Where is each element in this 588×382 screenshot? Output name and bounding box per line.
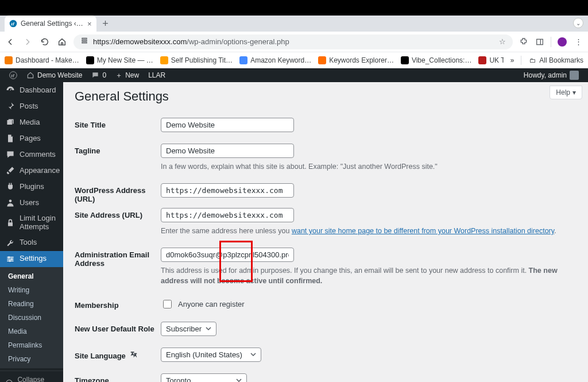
back-button[interactable] <box>5 37 16 47</box>
tagline-input[interactable] <box>161 144 294 158</box>
collapse-menu-button[interactable]: ◀Collapse menu <box>0 371 63 382</box>
site-name-menu[interactable]: Demo Website <box>22 68 87 82</box>
submenu-item-writing[interactable]: Writing <box>0 283 63 297</box>
dashboard-icon <box>6 86 15 95</box>
tab-title: General Settings ‹ Demo Wel <box>21 20 84 28</box>
all-bookmarks-button[interactable]: 🗀 All Bookmarks <box>528 56 583 64</box>
bookmarks-overflow-icon[interactable]: » <box>510 56 514 64</box>
site-settings-icon[interactable] <box>80 37 88 47</box>
bookmark-label: My New Site — … <box>97 56 153 64</box>
timezone-select[interactable]: Toronto <box>161 373 247 383</box>
folder-icon: 🗀 <box>528 56 536 64</box>
comments-menu[interactable]: 0 <box>87 68 111 82</box>
svg-point-9 <box>8 256 10 258</box>
browser-tab[interactable]: General Settings ‹ Demo Wel × <box>5 16 96 32</box>
sidebar-item-settings[interactable]: Settings <box>0 251 63 267</box>
side-panel-icon[interactable] <box>535 37 545 47</box>
reload-button[interactable] <box>39 37 51 47</box>
tab-close-icon[interactable]: × <box>87 20 92 28</box>
sidebar-item-appearance[interactable]: Appearance <box>0 163 63 179</box>
anyone-register-checkbox[interactable] <box>163 300 172 308</box>
comment-icon <box>6 150 15 159</box>
window-dropdown-icon[interactable]: ⌄ <box>573 18 583 28</box>
submenu-item-media[interactable]: Media <box>0 325 63 338</box>
sidebar-item-limit[interactable]: Limit Login Attempts <box>0 211 63 235</box>
chrome-menu-icon[interactable]: ⋮ <box>573 37 583 47</box>
new-tab-button[interactable]: + <box>100 18 111 29</box>
wp-logo-menu[interactable] <box>5 68 22 82</box>
wp-url-input[interactable] <box>161 183 294 198</box>
svg-rect-8 <box>8 222 13 226</box>
sidebar-item-users[interactable]: Users <box>0 195 63 211</box>
admin-email-label: Administration Email Address <box>75 248 161 286</box>
bookmark-item[interactable]: Amazon Keyword… <box>239 56 311 64</box>
media-icon <box>6 118 15 127</box>
bookmark-item[interactable]: Self Publishing Tit… <box>160 56 233 64</box>
bookmark-item[interactable]: Dashboard - Make… <box>5 56 79 64</box>
row-default-role: New User Default Role Subscriber <box>75 316 577 342</box>
wp-admin-bar: Demo Website 0 ＋ New LLAR Howdy, admin <box>0 68 588 82</box>
sidebar-item-label: Tools <box>20 238 37 247</box>
submenu-item-general[interactable]: General <box>0 269 63 283</box>
site-url-help: Enter the same address here unless you w… <box>161 226 577 236</box>
sidebar-item-label: Media <box>20 118 40 127</box>
bookmark-favicon-icon <box>239 56 247 64</box>
svg-point-7 <box>9 199 12 202</box>
sidebar-item-label: Dashboard <box>20 86 56 95</box>
collapse-icon: ◀ <box>6 380 13 382</box>
wordpress-favicon-icon <box>9 20 17 28</box>
page-icon <box>6 134 15 143</box>
submenu-item-privacy[interactable]: Privacy <box>0 352 63 366</box>
admin-email-input[interactable] <box>161 248 294 262</box>
bookmark-label: UK Trademarks <box>489 56 503 64</box>
sidebar-item-plugins[interactable]: Plugins <box>0 179 63 195</box>
admin-email-help: This address is used for admin purposes.… <box>161 265 577 286</box>
membership-checkbox[interactable]: Anyone can register <box>161 298 577 310</box>
submenu-item-reading[interactable]: Reading <box>0 297 63 311</box>
plus-icon: ＋ <box>115 71 122 80</box>
sidebar-item-label: Comments <box>20 151 56 159</box>
bookmark-label: Amazon Keyword… <box>250 56 311 64</box>
row-admin-email: Administration Email Address This addres… <box>75 242 577 292</box>
profile-avatar[interactable] <box>557 37 567 47</box>
svg-rect-2 <box>82 40 87 41</box>
bookmark-star-icon[interactable]: ☆ <box>499 37 506 46</box>
help-tab[interactable]: Help ▾ <box>550 86 582 99</box>
bookmark-item[interactable]: UK Trademarks <box>478 56 503 64</box>
bookmark-item[interactable]: Keywords Explorer… <box>318 56 394 64</box>
submenu-item-discussion[interactable]: Discussion <box>0 311 63 325</box>
sidebar-item-pages[interactable]: Pages <box>0 130 63 146</box>
row-tagline: Tagline In a few words, explain what thi… <box>75 138 577 178</box>
sidebar-item-posts[interactable]: Posts <box>0 98 63 114</box>
row-language: Site Language English (United States) <box>75 342 577 368</box>
site-url-help-link[interactable]: want your site home page to be different… <box>292 227 554 235</box>
bookmarks-bar: Dashboard - Make…My New Site — …Self Pub… <box>0 52 588 68</box>
default-role-select[interactable]: Subscriber <box>161 322 216 336</box>
submenu-item-permalinks[interactable]: Permalinks <box>0 338 63 352</box>
bookmark-item[interactable]: My New Site — … <box>86 56 153 64</box>
sidebar-item-comments[interactable]: Comments <box>0 146 63 163</box>
bookmark-label: Self Publishing Tit… <box>171 56 233 64</box>
home-button[interactable] <box>56 37 68 47</box>
language-select[interactable]: English (United States) <box>161 348 261 362</box>
bookmark-item[interactable]: Vibe_Collections:… <box>401 56 472 64</box>
address-bar-row: https://demowebsitexxx.com/wp-admin/opti… <box>0 32 588 52</box>
my-account-menu[interactable]: Howdy, admin <box>519 68 583 82</box>
omnibox[interactable]: https://demowebsitexxx.com/wp-admin/opti… <box>74 34 513 49</box>
sidebar-item-label: Posts <box>20 102 38 111</box>
pin-icon <box>6 102 15 111</box>
sidebar-item-tools[interactable]: Tools <box>0 235 63 251</box>
extensions-icon[interactable] <box>519 37 529 47</box>
bookmark-favicon-icon <box>160 56 168 64</box>
sidebar-item-media[interactable]: Media <box>0 114 63 130</box>
site-title-input[interactable] <box>161 118 294 132</box>
site-url-input[interactable] <box>161 208 294 222</box>
bookmark-favicon-icon <box>5 56 13 64</box>
new-content-menu[interactable]: ＋ New <box>111 68 144 82</box>
svg-rect-4 <box>537 39 543 44</box>
sidebar-item-dashboard[interactable]: Dashboard <box>0 82 63 98</box>
svg-point-10 <box>11 258 13 260</box>
wp-url-label: WordPress Address (URL) <box>75 183 161 203</box>
sidebar-item-label: Settings <box>20 254 47 263</box>
llar-menu[interactable]: LLAR <box>144 68 170 82</box>
